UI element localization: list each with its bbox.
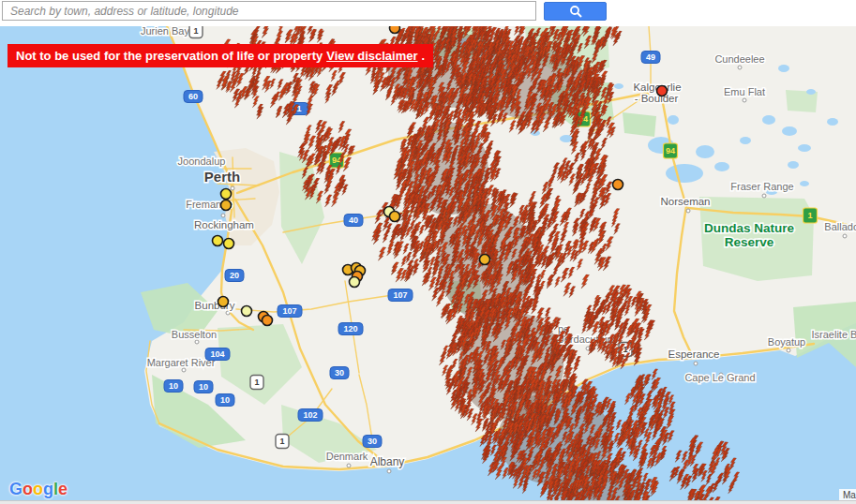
lake bbox=[714, 162, 729, 171]
google-logo-letter: e bbox=[58, 480, 68, 498]
lake bbox=[782, 126, 797, 136]
route-shield: 107 bbox=[388, 289, 413, 302]
shield-number: 10 bbox=[199, 382, 208, 392]
google-logo-letter: o bbox=[23, 480, 33, 498]
town-dot bbox=[694, 362, 698, 365]
lake bbox=[827, 118, 838, 126]
lightning-strike-marker[interactable] bbox=[224, 239, 234, 249]
map-label: Cundeelee bbox=[714, 53, 764, 65]
town-dot bbox=[182, 368, 186, 372]
search-icon bbox=[569, 5, 582, 18]
shield-number: 1 bbox=[193, 26, 198, 36]
disclaimer-suffix: . bbox=[422, 49, 426, 63]
lightning-strike-marker[interactable] bbox=[390, 26, 400, 34]
town-dot bbox=[387, 469, 391, 473]
lightning-strike-marker[interactable] bbox=[218, 297, 229, 307]
lake bbox=[696, 145, 714, 158]
town-dot bbox=[347, 464, 351, 467]
lake bbox=[806, 89, 816, 95]
lightning-strike-marker[interactable] bbox=[221, 189, 232, 200]
town-dot bbox=[195, 340, 199, 344]
lake bbox=[668, 115, 679, 125]
map-label: Rockingham bbox=[194, 219, 254, 230]
town-dot bbox=[743, 98, 746, 102]
route-shield: 10 bbox=[164, 380, 183, 393]
shield-number: 1 bbox=[807, 211, 812, 220]
map-label: Jurien Bay bbox=[141, 26, 189, 37]
route-shield: 1 bbox=[189, 26, 203, 38]
google-logo: Google bbox=[9, 480, 68, 499]
lake bbox=[614, 83, 623, 89]
shield-number: 1 bbox=[279, 437, 284, 446]
lightning-strike-marker[interactable] bbox=[213, 236, 223, 246]
shield-number: 107 bbox=[282, 306, 296, 316]
shield-number: 120 bbox=[343, 324, 357, 334]
google-logo-letter: g bbox=[43, 480, 53, 498]
disclaimer-text: Not to be used for the preservation of l… bbox=[16, 49, 323, 63]
map-label: Perth bbox=[204, 169, 240, 185]
shield-number: 102 bbox=[303, 410, 317, 420]
lightning-strike-marker[interactable] bbox=[350, 277, 360, 288]
lightning-strike-marker[interactable] bbox=[242, 306, 252, 317]
view-disclaimer-link[interactable]: View disclaimer bbox=[326, 49, 417, 63]
map-label: - Boulder bbox=[635, 93, 679, 104]
nature-reserve-area bbox=[623, 112, 656, 137]
lightning-strike-marker[interactable] bbox=[480, 255, 490, 265]
route-shield: 1 bbox=[250, 376, 263, 390]
lightning-strike-marker[interactable] bbox=[390, 212, 400, 222]
shield-number: 60 bbox=[188, 92, 198, 101]
map-label: Cape Le Grand bbox=[684, 372, 755, 383]
map-label: Reserve bbox=[725, 235, 774, 249]
lightning-strike-marker[interactable] bbox=[657, 86, 668, 96]
route-shield: 40 bbox=[344, 215, 363, 227]
shield-number: 10 bbox=[169, 381, 178, 391]
lake bbox=[778, 65, 789, 72]
route-shield: 60 bbox=[184, 91, 203, 103]
town-dot bbox=[738, 66, 742, 69]
town-dot bbox=[787, 348, 790, 352]
lightning-strike-marker[interactable] bbox=[613, 180, 623, 190]
town-dot bbox=[221, 214, 225, 217]
map-label: Dundas Nature bbox=[704, 221, 795, 235]
route-shield: 104 bbox=[205, 348, 230, 361]
lake bbox=[762, 115, 775, 125]
map-label: Balladonia bbox=[824, 221, 856, 232]
route-shield: 1 bbox=[803, 208, 818, 223]
lake bbox=[798, 144, 811, 152]
route-shield: 49 bbox=[641, 52, 660, 64]
town-dot bbox=[686, 209, 690, 213]
lake bbox=[666, 164, 703, 183]
town-dot bbox=[762, 194, 766, 198]
map-canvas[interactable]: Jurien BayJoondalupPerthFremantleRocking… bbox=[0, 26, 856, 500]
map-label: Denmark bbox=[326, 451, 368, 462]
town-dot bbox=[843, 234, 847, 238]
google-logo-letter: o bbox=[33, 480, 43, 498]
map-label: Emu Flat bbox=[724, 86, 765, 97]
lake bbox=[800, 181, 809, 186]
shield-number: 10 bbox=[220, 395, 230, 405]
route-shield: 20 bbox=[225, 270, 244, 282]
shield-number: 40 bbox=[349, 215, 358, 225]
route-shield: 107 bbox=[278, 305, 302, 318]
lake bbox=[788, 161, 799, 169]
map-label: Esperance bbox=[668, 348, 720, 360]
search-bar bbox=[0, 0, 856, 26]
route-shield: 1 bbox=[276, 435, 289, 449]
map-label: Norseman bbox=[660, 196, 710, 207]
search-input[interactable] bbox=[2, 1, 536, 21]
route-shield: 10 bbox=[194, 381, 213, 393]
search-button[interactable] bbox=[544, 2, 607, 21]
lightning-strike-marker[interactable] bbox=[263, 316, 273, 326]
map-label: Margaret River bbox=[147, 357, 216, 368]
shield-number: 30 bbox=[368, 437, 377, 446]
route-shield: 10 bbox=[216, 394, 234, 407]
lake bbox=[740, 137, 751, 144]
shield-number: 20 bbox=[230, 271, 239, 280]
map-label: Fraser Range bbox=[730, 181, 793, 192]
route-shield: 30 bbox=[330, 367, 349, 379]
lightning-strike-marker[interactable] bbox=[221, 200, 232, 211]
shield-number: 49 bbox=[646, 52, 655, 62]
map-label: Busselton bbox=[172, 329, 217, 340]
shield-number: 104 bbox=[210, 349, 224, 359]
map-label: Albany bbox=[370, 455, 405, 468]
